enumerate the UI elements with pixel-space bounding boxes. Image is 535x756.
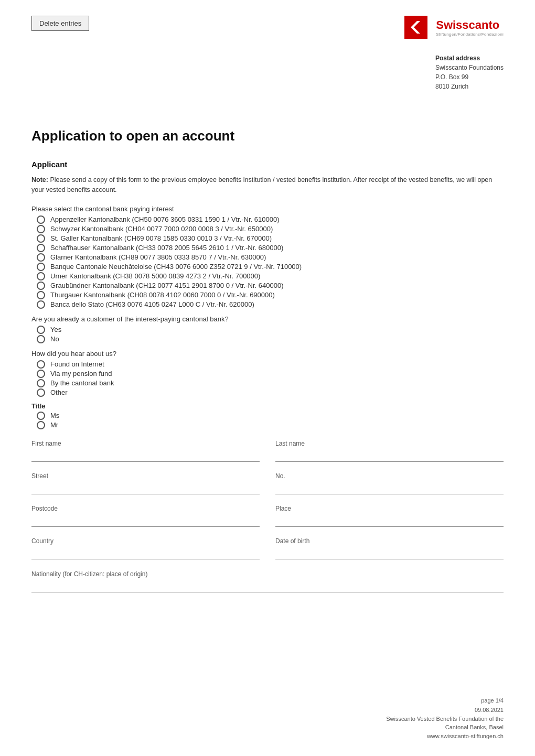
no-label: No. bbox=[275, 472, 504, 480]
nationality-field: Nationality (for CH-citizen: place of or… bbox=[31, 570, 504, 592]
first-name-input[interactable] bbox=[31, 449, 260, 462]
radio-icon-5 bbox=[37, 263, 45, 271]
bank-text-4: Glarner Kantonalbank (CH89 0077 3805 033… bbox=[50, 253, 266, 261]
radio-mr-icon bbox=[37, 421, 45, 429]
no-input[interactable] bbox=[275, 482, 504, 494]
cantonal-bank-label: Please select the cantonal bank paying i… bbox=[31, 205, 504, 213]
bank-option-9[interactable]: Banca dello Stato (CH63 0076 4105 0247 L… bbox=[31, 300, 504, 309]
place-input[interactable] bbox=[275, 514, 504, 527]
hear-option-0[interactable]: Found on Internet bbox=[31, 360, 504, 369]
last-name-field: Last name bbox=[275, 440, 504, 462]
postcode-label: Postcode bbox=[31, 505, 260, 512]
footer-date: 09.08.2021 bbox=[386, 706, 504, 715]
street-label: Street bbox=[31, 472, 260, 480]
footer-line2: Cantonal Banks, Basel bbox=[386, 723, 504, 732]
place-label: Place bbox=[275, 505, 504, 512]
radio-ms-icon bbox=[37, 412, 45, 420]
street-row: Street No. bbox=[31, 472, 504, 494]
street-input[interactable] bbox=[31, 482, 260, 494]
radio-icon-4 bbox=[37, 253, 45, 262]
dob-field: Date of birth bbox=[275, 537, 504, 559]
page-number: page 1/4 bbox=[386, 696, 504, 705]
radio-hear-3-icon bbox=[37, 388, 45, 397]
dob-input[interactable] bbox=[275, 547, 504, 559]
country-input[interactable] bbox=[31, 547, 260, 559]
hear-option-1[interactable]: Via my pension fund bbox=[31, 370, 504, 378]
last-name-label: Last name bbox=[275, 440, 504, 447]
footer: page 1/4 09.08.2021 Swisscanto Vested Be… bbox=[386, 696, 504, 741]
bank-text-0: Appenzeller Kantonalbank (CH50 0076 3605… bbox=[50, 215, 280, 223]
radio-icon-6 bbox=[37, 272, 45, 280]
note-paragraph: Note: Please send a copy of this form to… bbox=[31, 175, 504, 196]
hear-option-3[interactable]: Other bbox=[31, 388, 504, 397]
bank-option-6[interactable]: Urner Kantonalbank (CH38 0078 5000 0839 … bbox=[31, 272, 504, 280]
address-line-2: P.O. Box 99 bbox=[435, 72, 504, 82]
bank-option-5[interactable]: Banque Cantonale Neuchâteloise (CH43 007… bbox=[31, 263, 504, 271]
place-field: Place bbox=[275, 505, 504, 527]
nationality-input[interactable] bbox=[31, 580, 504, 592]
radio-hear-1-icon bbox=[37, 370, 45, 378]
last-name-input[interactable] bbox=[275, 449, 504, 462]
no-field: No. bbox=[275, 472, 504, 494]
bank-text-5: Banque Cantonale Neuchâteloise (CH43 007… bbox=[50, 263, 302, 271]
customer-label: Are you already a customer of the intere… bbox=[31, 315, 504, 323]
bank-text-1: Schwyzer Kantonalbank (CH04 0077 7000 02… bbox=[50, 225, 273, 233]
hear-text-1: Via my pension fund bbox=[50, 370, 112, 377]
customer-yes-text: Yes bbox=[50, 326, 61, 333]
postcode-field: Postcode bbox=[31, 505, 260, 527]
country-row: Country Date of birth bbox=[31, 537, 504, 559]
bank-option-4[interactable]: Glarner Kantonalbank (CH89 0077 3805 033… bbox=[31, 253, 504, 262]
radio-icon-8 bbox=[37, 291, 45, 299]
delete-entries-button[interactable]: Delete entries bbox=[31, 16, 89, 31]
bank-option-2[interactable]: St. Galler Kantonalbank (CH69 0078 1585 … bbox=[31, 234, 504, 243]
customer-yes[interactable]: Yes bbox=[31, 326, 504, 334]
title-mr-text: Mr bbox=[50, 421, 58, 429]
radio-icon-1 bbox=[37, 225, 45, 233]
address-title: Postal address bbox=[435, 55, 504, 62]
street-field: Street bbox=[31, 472, 260, 494]
bank-option-8[interactable]: Thurgauer Kantonalbank (CH08 0078 4102 0… bbox=[31, 291, 504, 299]
first-name-field: First name bbox=[31, 440, 260, 462]
name-row: First name Last name bbox=[31, 440, 504, 462]
title-mr[interactable]: Mr bbox=[31, 421, 504, 429]
footer-line3: www.swisscanto-stiftungen.ch bbox=[386, 732, 504, 741]
radio-hear-2-icon bbox=[37, 379, 45, 387]
radio-hear-0-icon bbox=[37, 360, 45, 369]
hear-option-2[interactable]: By the cantonal bank bbox=[31, 379, 504, 387]
bank-option-7[interactable]: Graubündner Kantonalbank (CH12 0077 4151… bbox=[31, 282, 504, 290]
dob-label: Date of birth bbox=[275, 537, 504, 545]
radio-icon-0 bbox=[37, 215, 45, 224]
bank-option-0[interactable]: Appenzeller Kantonalbank (CH50 0076 3605… bbox=[31, 215, 504, 224]
postcode-row: Postcode Place bbox=[31, 505, 504, 527]
radio-icon-3 bbox=[37, 244, 45, 252]
radio-no-icon bbox=[37, 335, 45, 343]
address-line-3: 8010 Zurich bbox=[435, 82, 504, 91]
radio-icon-2 bbox=[37, 234, 45, 243]
bank-text-3: Schaffhauser Kantonalbank (CH33 0078 200… bbox=[50, 244, 283, 252]
hear-text-2: By the cantonal bank bbox=[50, 379, 114, 387]
bank-text-2: St. Galler Kantonalbank (CH69 0078 1585 … bbox=[50, 234, 272, 242]
brand-name: Swisscanto bbox=[436, 18, 504, 32]
bank-option-1[interactable]: Schwyzer Kantonalbank (CH04 0077 7000 02… bbox=[31, 225, 504, 233]
postcode-input[interactable] bbox=[31, 514, 260, 527]
radio-yes-icon bbox=[37, 326, 45, 334]
logo-area: Swisscanto Stiftungen/Fondations/Fondazi… bbox=[404, 16, 504, 39]
footer-line1: Swisscanto Vested Benefits Foundation of… bbox=[386, 715, 504, 723]
country-field: Country bbox=[31, 537, 260, 559]
customer-no[interactable]: No bbox=[31, 335, 504, 343]
hear-label: How did you hear about us? bbox=[31, 350, 504, 358]
radio-icon-9 bbox=[37, 300, 45, 309]
nationality-label: Nationality (for CH-citizen: place of or… bbox=[31, 570, 147, 578]
address-line-1: Swisscanto Foundations bbox=[435, 63, 504, 72]
bank-option-3[interactable]: Schaffhauser Kantonalbank (CH33 0078 200… bbox=[31, 244, 504, 252]
customer-no-text: No bbox=[50, 335, 59, 343]
note-body: Please send a copy of this form to the p… bbox=[31, 176, 492, 193]
hear-text-0: Found on Internet bbox=[50, 360, 104, 368]
page-title: Application to open an account bbox=[31, 128, 504, 144]
title-label: Title bbox=[31, 402, 504, 410]
country-label: Country bbox=[31, 537, 260, 545]
bank-text-8: Thurgauer Kantonalbank (CH08 0078 4102 0… bbox=[50, 291, 275, 299]
radio-icon-7 bbox=[37, 282, 45, 290]
title-ms[interactable]: Ms bbox=[31, 412, 504, 420]
address-block: Postal address Swisscanto Foundations P.… bbox=[435, 55, 504, 91]
